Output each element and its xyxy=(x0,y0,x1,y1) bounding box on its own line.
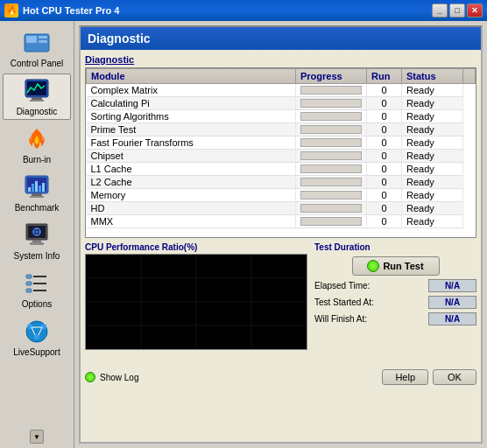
title-bar-buttons: _ □ ✕ xyxy=(432,4,483,18)
title-bar: 🔥 Hot CPU Tester Pro 4 _ □ ✕ xyxy=(0,0,487,21)
module-status: Ready xyxy=(402,110,463,123)
table-row[interactable]: L1 Cache0Ready xyxy=(87,163,476,176)
module-progress xyxy=(296,123,367,136)
panel-title: Diagnostic xyxy=(88,32,151,46)
table-row[interactable]: Memory0Ready xyxy=(87,189,476,202)
svg-rect-15 xyxy=(32,193,42,196)
content-area: Diagnostic Diagnostic Module Progress Ru… xyxy=(74,21,487,448)
module-name: MMX xyxy=(87,215,296,228)
app-icon: 🔥 xyxy=(4,4,18,18)
benchmark-icon xyxy=(23,173,51,201)
elapsed-time-value: N/A xyxy=(428,279,476,292)
show-log-label[interactable]: Show Log xyxy=(100,373,138,382)
table-row[interactable]: Sorting Algorithms0Ready xyxy=(87,110,476,123)
module-table-container: Module Progress Run Status Complex Matri… xyxy=(85,67,476,238)
module-progress xyxy=(296,163,367,176)
svg-rect-24 xyxy=(26,275,32,278)
bottom-section: CPU Performance Ratio(%) xyxy=(85,242,476,365)
sidebar-item-options[interactable]: Options xyxy=(3,266,71,312)
svg-rect-6 xyxy=(32,97,42,100)
help-button[interactable]: Help xyxy=(382,369,428,385)
svg-rect-2 xyxy=(39,36,47,38)
test-duration-section: Test Duration Run Test Elapsed Time: N/A… xyxy=(314,242,476,365)
col-status[interactable]: Status xyxy=(402,69,463,84)
live-support-icon xyxy=(23,318,51,346)
svg-rect-7 xyxy=(30,100,44,102)
col-run[interactable]: Run xyxy=(367,69,402,84)
svg-rect-20 xyxy=(30,242,44,245)
sidebar-item-benchmark[interactable]: Benchmark xyxy=(3,170,71,216)
burn-in-icon xyxy=(23,125,51,153)
module-name: Chipset xyxy=(87,150,296,163)
main-window: Control Panel Diagnostic xyxy=(0,21,487,448)
minimize-button[interactable]: _ xyxy=(432,4,448,18)
table-row[interactable]: Calculating Pi0Ready xyxy=(87,97,476,110)
col-progress[interactable]: Progress xyxy=(296,69,367,84)
svg-rect-3 xyxy=(39,40,47,43)
module-progress xyxy=(296,189,367,202)
module-status: Ready xyxy=(402,84,463,97)
module-progress xyxy=(296,136,367,150)
module-progress xyxy=(296,150,367,163)
module-progress xyxy=(296,202,367,215)
module-run: 0 xyxy=(367,123,402,136)
svg-rect-1 xyxy=(26,36,37,43)
sidebar-item-diagnostic[interactable]: Diagnostic xyxy=(3,74,71,120)
module-status: Ready xyxy=(402,176,463,189)
elapsed-time-row: Elapsed Time: N/A xyxy=(314,279,476,292)
elapsed-time-label: Elapsed Time: xyxy=(314,281,370,290)
panel-body: Diagnostic Module Progress Run Status xyxy=(81,50,481,442)
show-log-row: Show Log xyxy=(85,372,138,382)
svg-rect-26 xyxy=(26,289,32,292)
module-name: HD xyxy=(87,202,296,215)
sidebar-item-burn-in[interactable]: Burn-in xyxy=(3,122,71,168)
module-run: 0 xyxy=(367,163,402,176)
svg-rect-14 xyxy=(42,183,45,192)
sidebar-label-burn-in: Burn-in xyxy=(23,155,51,164)
module-run: 0 xyxy=(367,176,402,189)
module-status: Ready xyxy=(402,150,463,163)
module-run: 0 xyxy=(367,202,402,215)
module-run: 0 xyxy=(367,215,402,228)
table-row[interactable]: L2 Cache0Ready xyxy=(87,176,476,189)
run-test-label: Run Test xyxy=(383,261,423,271)
module-name: Prime Test xyxy=(87,123,296,136)
module-run: 0 xyxy=(367,97,402,110)
ok-button[interactable]: OK xyxy=(433,369,476,385)
col-scroll xyxy=(463,69,476,84)
chart-svg xyxy=(86,255,307,349)
module-run: 0 xyxy=(367,189,402,202)
sidebar-label-control-panel: Control Panel xyxy=(11,59,64,68)
module-run: 0 xyxy=(367,84,402,97)
run-test-button[interactable]: Run Test xyxy=(352,256,440,276)
sidebar-scroll-arrow[interactable]: ▼ xyxy=(30,430,44,444)
table-row[interactable]: MMX0Ready xyxy=(87,215,476,228)
close-button[interactable]: ✕ xyxy=(467,4,483,18)
sidebar-item-live-support[interactable]: LiveSupport xyxy=(3,314,71,360)
maximize-button[interactable]: □ xyxy=(449,4,465,18)
module-name: L1 Cache xyxy=(87,163,296,176)
table-row[interactable]: Fast Fourier Transforms0Ready xyxy=(87,136,476,150)
test-started-label: Test Started At: xyxy=(314,298,374,307)
module-status: Ready xyxy=(402,123,463,136)
sidebar-label-diagnostic: Diagnostic xyxy=(17,107,58,116)
module-status: Ready xyxy=(402,202,463,215)
table-row[interactable]: Complex Matrix0Ready xyxy=(87,84,476,97)
svg-rect-13 xyxy=(39,186,41,192)
module-name: Calculating Pi xyxy=(87,97,296,110)
svg-rect-10 xyxy=(28,187,31,192)
table-row[interactable]: Chipset0Ready xyxy=(87,150,476,163)
run-icon xyxy=(367,260,379,272)
sidebar-item-control-panel[interactable]: Control Panel xyxy=(3,25,71,72)
module-progress xyxy=(296,215,367,228)
footer-buttons: Help OK xyxy=(382,369,476,385)
table-row[interactable]: HD0Ready xyxy=(87,202,476,215)
sidebar-item-system-info[interactable]: System Info xyxy=(3,218,71,264)
footer-row: Show Log Help OK xyxy=(85,369,476,385)
col-module[interactable]: Module xyxy=(87,69,296,84)
svg-rect-16 xyxy=(30,196,44,198)
sidebar-label-options: Options xyxy=(22,299,52,309)
table-row[interactable]: Prime Test0Ready xyxy=(87,123,476,136)
module-run: 0 xyxy=(367,136,402,150)
module-table: Module Progress Run Status Complex Matri… xyxy=(86,68,476,228)
